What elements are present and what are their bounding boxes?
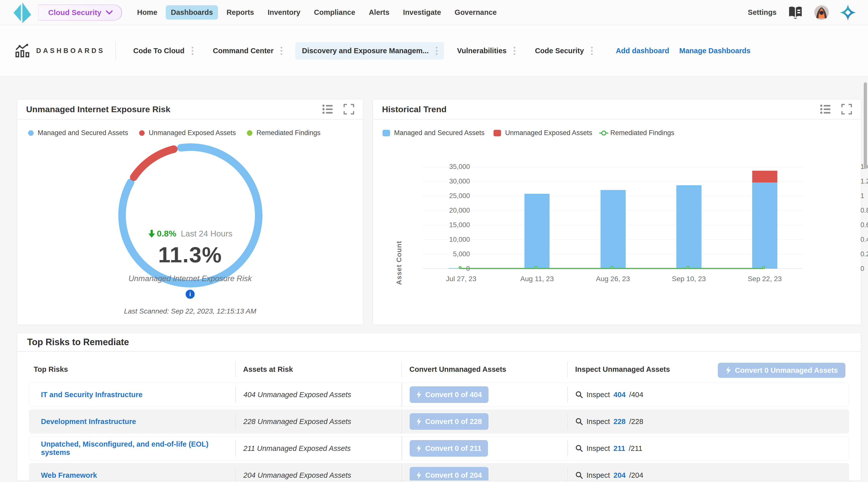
assets-at-risk-text: 228 Unmanaged Exposed Assets bbox=[243, 417, 351, 426]
inspect-count-link[interactable]: 404 bbox=[614, 391, 626, 399]
settings-button[interactable]: Settings bbox=[748, 8, 777, 17]
tab-menu-kebab-icon[interactable] bbox=[281, 47, 282, 55]
dashboard-tab[interactable]: Code To Cloud bbox=[127, 42, 200, 60]
y-axis-tick: 35,000 bbox=[449, 163, 470, 171]
legend-line-marker bbox=[601, 131, 606, 135]
brand-logo-icon[interactable] bbox=[11, 1, 33, 24]
legend-item[interactable]: Unmanaged Exposed Assets bbox=[494, 129, 592, 137]
legend-dot bbox=[139, 130, 145, 136]
line-marker bbox=[686, 266, 689, 269]
x-axis-tick: Sep 22, 23 bbox=[748, 275, 782, 283]
inspect-action[interactable]: Inspect 204/204 bbox=[576, 471, 643, 480]
risk-cell: Web Framework bbox=[29, 467, 235, 481]
delta-value: 0.8% bbox=[148, 229, 177, 238]
nav-right: Settings bbox=[748, 4, 868, 21]
nav-item-compliance[interactable]: Compliance bbox=[309, 5, 360, 20]
card-title: Unmanaged Internet Exposure Risk bbox=[26, 104, 170, 114]
legend-label: Unmanaged Exposed Assets bbox=[505, 129, 592, 137]
nav-item-reports[interactable]: Reports bbox=[221, 5, 259, 20]
page-scrollbar[interactable] bbox=[864, 82, 867, 169]
lightning-icon bbox=[725, 366, 732, 374]
inspect-count-link[interactable]: 204 bbox=[614, 471, 626, 480]
risk-cell: Unpatched, Misconfigured, and end-of-lif… bbox=[29, 437, 235, 460]
legend-item[interactable]: Managed and Secured Assets bbox=[382, 129, 485, 137]
dashboard-tab[interactable]: Discovery and Exposure Managem... bbox=[296, 42, 444, 60]
dashboards-label: DASHBOARDS bbox=[15, 44, 105, 58]
legend-item[interactable]: Remediated Findings bbox=[601, 129, 674, 137]
risk-cell: Development Infrastructure bbox=[29, 414, 235, 429]
documentation-book-icon[interactable] bbox=[787, 5, 803, 20]
legend-square bbox=[382, 130, 390, 136]
y2-axis-tick: 1.2 bbox=[861, 178, 868, 185]
tab-menu-kebab-icon[interactable] bbox=[514, 47, 516, 55]
convert-button[interactable]: Convert 0 of 211 bbox=[410, 440, 488, 457]
inspect-cell: Inspect 404/404 bbox=[567, 387, 849, 403]
card-header: Historical Trend bbox=[373, 99, 861, 120]
table-row: Development Infrastructure228 Unmanaged … bbox=[29, 410, 849, 433]
legend-item[interactable]: Managed and Secured Assets bbox=[28, 129, 128, 137]
inspect-count-link[interactable]: 211 bbox=[614, 444, 625, 453]
convert-button[interactable]: Convert 0 of 228 bbox=[410, 413, 489, 430]
legend-toggle-icon[interactable] bbox=[820, 104, 831, 114]
exposure-risk-value: 11.3% bbox=[158, 242, 222, 268]
inspect-action[interactable]: Inspect 211/211 bbox=[576, 444, 643, 453]
y2-axis-tick: 1 bbox=[861, 192, 864, 200]
column-header: Convert Unmanaged Assets bbox=[401, 361, 567, 378]
bar-managed-assets[interactable] bbox=[600, 190, 626, 268]
product-switcher[interactable]: Cloud Security bbox=[38, 4, 122, 21]
bar-managed-assets[interactable] bbox=[676, 185, 702, 268]
convert-all-button[interactable]: Convert 0 Unmanaged Assets bbox=[718, 363, 845, 378]
tab-menu-kebab-icon[interactable] bbox=[192, 47, 193, 55]
user-avatar[interactable] bbox=[814, 5, 829, 20]
nav-item-governance[interactable]: Governance bbox=[450, 5, 502, 20]
dashboard-tab[interactable]: Command Center bbox=[207, 42, 289, 60]
nav-item-investigate[interactable]: Investigate bbox=[398, 5, 446, 20]
convert-button[interactable]: Convert 0 of 204 bbox=[410, 467, 489, 481]
bar-unmanaged-assets[interactable] bbox=[752, 171, 777, 182]
donut-legend: Managed and Secured AssetsUnmanaged Expo… bbox=[17, 120, 363, 137]
table-body: IT and Security Infrastructure404 Unmana… bbox=[29, 383, 849, 481]
nav-item-dashboards[interactable]: Dashboards bbox=[166, 5, 218, 20]
inspect-action[interactable]: Inspect 228/228 bbox=[576, 417, 643, 426]
tab-menu-kebab-icon[interactable] bbox=[436, 47, 437, 55]
y-axis-title: Asset Count bbox=[395, 241, 403, 285]
nav-item-inventory[interactable]: Inventory bbox=[262, 5, 305, 20]
app-switcher-star-icon[interactable] bbox=[840, 4, 856, 21]
last-scanned-text: Last Scanned: Sep 22, 2023, 12:15:13 AM bbox=[17, 307, 363, 315]
risk-link[interactable]: Unpatched, Misconfigured, and end-of-lif… bbox=[41, 440, 235, 457]
nav-item-alerts[interactable]: Alerts bbox=[364, 5, 394, 20]
expand-icon[interactable] bbox=[841, 104, 852, 115]
y2-axis-tick: 0.2 bbox=[861, 250, 868, 258]
tab-label: Code Security bbox=[535, 47, 584, 55]
legend-label: Remediated Findings bbox=[256, 129, 320, 137]
gridline bbox=[423, 167, 803, 167]
bar-managed-assets[interactable] bbox=[524, 194, 550, 268]
lightning-icon bbox=[416, 418, 422, 425]
dashboard-tab[interactable]: Code Security bbox=[528, 42, 599, 60]
risk-link[interactable]: Development Infrastructure bbox=[41, 417, 136, 426]
inspect-cell: Inspect 211/211 bbox=[567, 440, 849, 456]
manage-dashboards-link[interactable]: Manage Dashboards bbox=[679, 47, 751, 55]
y2-axis-tick: 0.6 bbox=[861, 221, 868, 229]
nav-item-home[interactable]: Home bbox=[132, 5, 162, 20]
tab-menu-kebab-icon[interactable] bbox=[591, 47, 593, 55]
legend-item[interactable]: Unmanaged Exposed Assets bbox=[139, 129, 236, 137]
legend-toggle-icon[interactable] bbox=[322, 104, 334, 114]
inspect-count-link[interactable]: 228 bbox=[614, 417, 626, 426]
tab-label: Command Center bbox=[213, 47, 274, 55]
legend-label: Unmanaged Exposed Assets bbox=[149, 129, 236, 137]
table-row: Unpatched, Misconfigured, and end-of-lif… bbox=[29, 436, 849, 460]
inspect-action[interactable]: Inspect 404/404 bbox=[576, 391, 643, 399]
trend-bar-chart[interactable]: Asset Count Remediated Findings 05,00010… bbox=[423, 167, 803, 268]
delta-period: Last 24 Hours bbox=[181, 229, 232, 238]
convert-cell: Convert 0 of 211 bbox=[402, 437, 567, 460]
add-dashboard-link[interactable]: Add dashboard bbox=[616, 47, 669, 55]
bar-managed-assets[interactable] bbox=[752, 183, 777, 268]
risk-link[interactable]: IT and Security Infrastructure bbox=[41, 391, 143, 399]
convert-button[interactable]: Convert 0 of 404 bbox=[410, 386, 489, 403]
expand-icon[interactable] bbox=[344, 104, 354, 115]
legend-item[interactable]: Remediated Findings bbox=[247, 129, 320, 137]
dashboard-tab[interactable]: Vulnerabilities bbox=[451, 42, 522, 60]
risk-link[interactable]: Web Framework bbox=[41, 471, 97, 480]
info-icon[interactable]: i bbox=[186, 290, 195, 299]
